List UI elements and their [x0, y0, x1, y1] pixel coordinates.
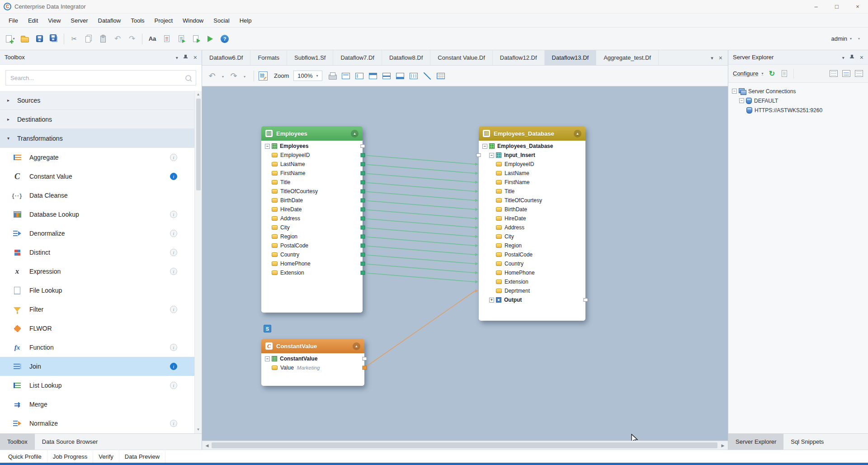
undo-dropdown-icon[interactable] — [218, 70, 227, 82]
node-employees[interactable]: Employees−EmployeesEmployeeIDLastNameFir… — [261, 126, 363, 313]
info-icon[interactable]: i — [170, 268, 177, 275]
save-icon[interactable] — [33, 32, 46, 46]
print-icon[interactable] — [328, 70, 337, 82]
toolbar-overflow-icon[interactable] — [858, 37, 860, 41]
tree-row-lastname[interactable]: LastName — [261, 160, 363, 169]
search-input[interactable] — [5, 70, 196, 85]
info-icon[interactable]: i — [170, 344, 177, 351]
info-icon[interactable]: i — [170, 211, 177, 218]
menu-window[interactable]: Window — [178, 14, 208, 28]
tree-row-titleofcourtesy[interactable]: TitleOfCourtesy — [261, 187, 363, 196]
toolbox-section-transformations[interactable]: ▾Transformations — [0, 129, 202, 148]
verify-all-icon[interactable] — [175, 32, 188, 46]
expander-icon[interactable]: − — [739, 98, 744, 103]
expander-icon[interactable]: − — [732, 89, 737, 94]
tree-row-homephone[interactable]: HomePhone — [261, 259, 363, 268]
select-mode-icon[interactable] — [259, 70, 268, 82]
panel-tab-data-source-browser[interactable]: Data Source Browser — [35, 434, 105, 450]
toolbox-item-denormalize[interactable]: Denormalizei — [0, 224, 202, 243]
tree-row-deprtment[interactable]: Deprtment — [479, 286, 585, 295]
tab-dataflow13-df[interactable]: Dataflow13.Df — [545, 50, 597, 65]
toolbox-item-join[interactable]: Joini — [0, 357, 202, 376]
tree-row-city[interactable]: City — [479, 232, 585, 241]
tab-dataflow8-df[interactable]: Dataflow8.Df — [382, 50, 430, 65]
status-quick-profile[interactable]: Quick Profile — [3, 450, 47, 463]
tree-row-city[interactable]: City — [261, 223, 363, 232]
tree-row-employees[interactable]: −Employees — [261, 142, 363, 151]
font-icon[interactable]: Aa — [146, 32, 159, 46]
info-icon[interactable]: i — [170, 230, 177, 237]
status-job-progress[interactable]: Job Progress — [47, 450, 94, 463]
horizontal-scrollbar[interactable]: ◀ ▶ — [202, 441, 728, 450]
tab-aggregate-test-df[interactable]: Aggregate_test.Df — [596, 50, 659, 65]
tree-row-lastname[interactable]: LastName — [479, 169, 585, 178]
node-header-employees_database[interactable]: Employees_Database — [479, 126, 585, 141]
tab-dataflow7-df[interactable]: Dataflow7.Df — [333, 50, 382, 65]
tree-row-country[interactable]: Country — [261, 250, 363, 259]
toolbox-item-file-lookup[interactable]: File Lookup — [0, 281, 202, 300]
toolbox-item-list-lookup[interactable]: List Lookupi — [0, 376, 202, 395]
tree-row-title[interactable]: Title — [479, 187, 585, 196]
pin-icon[interactable] — [850, 55, 854, 60]
tree-row-hiredate[interactable]: HireDate — [479, 214, 585, 223]
tree-row-titleofcourtesy[interactable]: TitleOfCourtesy — [479, 196, 585, 205]
tab-constant-value-df[interactable]: Constant Value.Df — [430, 50, 493, 65]
info-icon[interactable]: i — [170, 363, 177, 370]
minimize-button[interactable]: – — [806, 0, 826, 13]
layout-horizontal-icon[interactable] — [341, 70, 350, 82]
template-icon[interactable] — [780, 68, 789, 79]
tree-row-employeeid[interactable]: EmployeeID — [479, 160, 585, 169]
tree-row-homephone[interactable]: HomePhone — [479, 268, 585, 277]
open-icon[interactable] — [18, 32, 32, 46]
tree-row-birthdate[interactable]: BirthDate — [261, 196, 363, 205]
server-node-https-astwks251-9260[interactable]: HTTPS://ASTWKS251:9260 — [728, 105, 868, 115]
menu-project[interactable]: Project — [150, 14, 178, 28]
scrollbar-thumb[interactable] — [196, 99, 201, 190]
node-header-employees[interactable]: Employees — [261, 126, 363, 141]
tree-row-employees-database[interactable]: −Employees_Database — [479, 142, 585, 151]
panel-menu-icon[interactable] — [842, 54, 844, 61]
menu-view[interactable]: View — [43, 14, 66, 28]
redo-icon[interactable] — [229, 70, 238, 82]
panel-tab-toolbox[interactable]: Toolbox — [0, 434, 35, 450]
info-icon[interactable]: i — [170, 420, 177, 427]
collapse-node-icon[interactable] — [353, 342, 360, 350]
menu-file[interactable]: File — [4, 14, 23, 28]
align-top-icon[interactable] — [368, 70, 377, 82]
menu-edit[interactable]: Edit — [23, 14, 43, 28]
grid-view-icon[interactable] — [829, 68, 838, 79]
alphabetical-icon[interactable] — [854, 68, 863, 79]
tree-row-firstname[interactable]: FirstName — [261, 169, 363, 178]
tree-row-postalcode[interactable]: PostalCode — [261, 241, 363, 250]
pin-icon[interactable] — [184, 55, 188, 60]
start-job-icon[interactable] — [203, 32, 217, 46]
menu-tools[interactable]: Tools — [126, 14, 149, 28]
auto-layout-icon[interactable] — [436, 70, 445, 82]
scroll-down-icon[interactable]: ▼ — [197, 427, 200, 432]
save-all-icon[interactable] — [47, 32, 61, 46]
toolbox-scrollbar[interactable]: ▲ ▼ — [194, 91, 202, 433]
scrollbar-thumb[interactable] — [212, 442, 717, 448]
tree-row-firstname[interactable]: FirstName — [479, 178, 585, 187]
server-node-default[interactable]: −DEFAULT — [728, 96, 868, 105]
toolbox-item-expression[interactable]: Expressioni — [0, 262, 202, 281]
tree-row-hiredate[interactable]: HireDate — [261, 205, 363, 214]
collapse-node-icon[interactable] — [351, 130, 359, 138]
info-icon[interactable]: i — [170, 306, 177, 313]
panel-tab-server-explorer[interactable]: Server Explorer — [728, 434, 783, 450]
toolbox-item-database-lookup[interactable]: Database Lookupi — [0, 205, 202, 224]
maximize-button[interactable]: □ — [826, 0, 847, 13]
tree-row-employeeid[interactable]: EmployeeID — [261, 151, 363, 160]
menu-server[interactable]: Server — [66, 14, 93, 28]
close-button[interactable]: × — [847, 0, 868, 13]
status-verify[interactable]: Verify — [93, 450, 119, 463]
tab-formats[interactable]: Formats — [250, 50, 287, 65]
scroll-right-icon[interactable]: ▶ — [719, 443, 726, 448]
info-icon[interactable]: i — [170, 382, 177, 389]
tree-row-country[interactable]: Country — [479, 259, 585, 268]
toolbox-item-function[interactable]: Functioni — [0, 338, 202, 357]
tree-row-constantvalue[interactable]: −ConstantValue — [261, 354, 364, 363]
copy-icon[interactable] — [82, 32, 95, 46]
toolbox-item-normalize[interactable]: Normalizei — [0, 414, 202, 433]
toolbox-item-constant-value[interactable]: Constant Valuei — [0, 167, 202, 186]
